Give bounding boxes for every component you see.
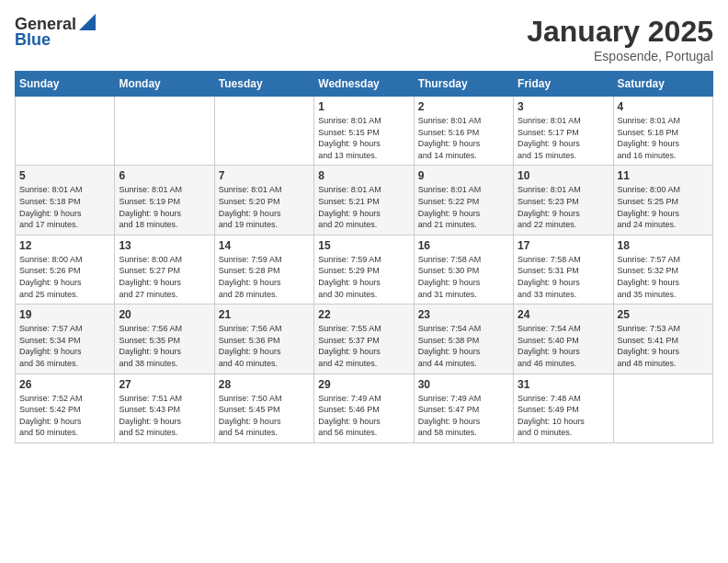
day-info: Sunrise: 8:01 AM Sunset: 5:16 PM Dayligh…: [418, 115, 509, 161]
day-info: Sunrise: 7:58 AM Sunset: 5:31 PM Dayligh…: [518, 254, 609, 300]
day-number: 3: [518, 100, 609, 113]
day-number: 14: [219, 239, 310, 252]
day-info: Sunrise: 7:54 AM Sunset: 5:40 PM Dayligh…: [518, 323, 609, 369]
weekday-header-monday: Monday: [115, 72, 214, 97]
calendar-cell: 18Sunrise: 7:57 AM Sunset: 5:32 PM Dayli…: [613, 235, 712, 304]
calendar-cell: 22Sunrise: 7:55 AM Sunset: 5:37 PM Dayli…: [314, 304, 414, 373]
calendar-week-1: 1Sunrise: 8:01 AM Sunset: 5:15 PM Daylig…: [16, 97, 713, 166]
svg-marker-0: [79, 14, 96, 30]
day-info: Sunrise: 8:01 AM Sunset: 5:15 PM Dayligh…: [318, 115, 409, 161]
day-number: 13: [119, 239, 210, 252]
calendar-cell: 16Sunrise: 7:58 AM Sunset: 5:30 PM Dayli…: [414, 235, 513, 304]
day-number: 8: [318, 169, 409, 182]
day-info: Sunrise: 8:00 AM Sunset: 5:27 PM Dayligh…: [119, 254, 210, 300]
day-number: 19: [19, 308, 110, 321]
day-number: 30: [418, 378, 509, 391]
day-info: Sunrise: 7:59 AM Sunset: 5:28 PM Dayligh…: [219, 254, 310, 300]
day-info: Sunrise: 8:01 AM Sunset: 5:19 PM Dayligh…: [119, 184, 210, 230]
calendar-cell: [613, 373, 712, 442]
calendar-cell: 4Sunrise: 8:01 AM Sunset: 5:18 PM Daylig…: [613, 97, 712, 166]
day-info: Sunrise: 7:53 AM Sunset: 5:41 PM Dayligh…: [618, 323, 709, 369]
day-info: Sunrise: 8:01 AM Sunset: 5:21 PM Dayligh…: [318, 184, 409, 230]
day-number: 9: [418, 169, 509, 182]
calendar-cell: 8Sunrise: 8:01 AM Sunset: 5:21 PM Daylig…: [314, 166, 414, 235]
day-number: 6: [119, 169, 210, 182]
calendar-cell: 7Sunrise: 8:01 AM Sunset: 5:20 PM Daylig…: [214, 166, 313, 235]
day-number: 16: [418, 239, 509, 252]
day-number: 28: [219, 378, 310, 391]
day-info: Sunrise: 7:49 AM Sunset: 5:46 PM Dayligh…: [318, 393, 409, 439]
calendar-cell: 15Sunrise: 7:59 AM Sunset: 5:29 PM Dayli…: [314, 235, 414, 304]
calendar-week-2: 5Sunrise: 8:01 AM Sunset: 5:18 PM Daylig…: [16, 166, 713, 235]
calendar-cell: 13Sunrise: 8:00 AM Sunset: 5:27 PM Dayli…: [115, 235, 214, 304]
weekday-header-tuesday: Tuesday: [214, 72, 313, 97]
calendar-cell: [115, 97, 214, 166]
day-info: Sunrise: 7:58 AM Sunset: 5:30 PM Dayligh…: [418, 254, 509, 300]
calendar-week-4: 19Sunrise: 7:57 AM Sunset: 5:34 PM Dayli…: [16, 304, 713, 373]
calendar-cell: 24Sunrise: 7:54 AM Sunset: 5:40 PM Dayli…: [514, 304, 613, 373]
location-title: Esposende, Portugal: [527, 49, 713, 63]
calendar-cell: 27Sunrise: 7:51 AM Sunset: 5:43 PM Dayli…: [115, 373, 214, 442]
calendar-cell: 12Sunrise: 8:00 AM Sunset: 5:26 PM Dayli…: [16, 235, 115, 304]
day-info: Sunrise: 7:57 AM Sunset: 5:34 PM Dayligh…: [19, 323, 110, 369]
weekday-header-row: SundayMondayTuesdayWednesdayThursdayFrid…: [16, 72, 713, 97]
day-number: 31: [518, 378, 609, 391]
weekday-header-thursday: Thursday: [414, 72, 513, 97]
day-info: Sunrise: 7:49 AM Sunset: 5:47 PM Dayligh…: [418, 393, 509, 439]
calendar-cell: 20Sunrise: 7:56 AM Sunset: 5:35 PM Dayli…: [115, 304, 214, 373]
calendar-week-3: 12Sunrise: 8:00 AM Sunset: 5:26 PM Dayli…: [16, 235, 713, 304]
day-info: Sunrise: 7:52 AM Sunset: 5:42 PM Dayligh…: [19, 393, 110, 439]
day-info: Sunrise: 7:50 AM Sunset: 5:45 PM Dayligh…: [219, 393, 310, 439]
day-info: Sunrise: 7:51 AM Sunset: 5:43 PM Dayligh…: [119, 393, 210, 439]
calendar-cell: 10Sunrise: 8:01 AM Sunset: 5:23 PM Dayli…: [514, 166, 613, 235]
calendar-cell: 2Sunrise: 8:01 AM Sunset: 5:16 PM Daylig…: [414, 97, 513, 166]
calendar-cell: [16, 97, 115, 166]
day-number: 5: [19, 169, 110, 182]
day-number: 7: [219, 169, 310, 182]
month-title: January 2025: [527, 15, 713, 49]
calendar-cell: 28Sunrise: 7:50 AM Sunset: 5:45 PM Dayli…: [214, 373, 313, 442]
day-number: 21: [219, 308, 310, 321]
calendar-cell: 21Sunrise: 7:56 AM Sunset: 5:36 PM Dayli…: [214, 304, 313, 373]
day-info: Sunrise: 8:01 AM Sunset: 5:20 PM Dayligh…: [219, 184, 310, 230]
weekday-header-friday: Friday: [514, 72, 613, 97]
logo: General Blue: [15, 15, 96, 50]
calendar-week-5: 26Sunrise: 7:52 AM Sunset: 5:42 PM Dayli…: [16, 373, 713, 442]
calendar-cell: 14Sunrise: 7:59 AM Sunset: 5:28 PM Dayli…: [214, 235, 313, 304]
day-number: 4: [618, 100, 709, 113]
calendar-cell: 17Sunrise: 7:58 AM Sunset: 5:31 PM Dayli…: [514, 235, 613, 304]
day-info: Sunrise: 7:55 AM Sunset: 5:37 PM Dayligh…: [318, 323, 409, 369]
day-number: 26: [19, 378, 110, 391]
calendar-cell: 19Sunrise: 7:57 AM Sunset: 5:34 PM Dayli…: [16, 304, 115, 373]
day-number: 17: [518, 239, 609, 252]
day-info: Sunrise: 7:56 AM Sunset: 5:35 PM Dayligh…: [119, 323, 210, 369]
calendar-cell: [214, 97, 313, 166]
day-info: Sunrise: 7:57 AM Sunset: 5:32 PM Dayligh…: [618, 254, 709, 300]
calendar-cell: 29Sunrise: 7:49 AM Sunset: 5:46 PM Dayli…: [314, 373, 414, 442]
day-number: 23: [418, 308, 509, 321]
day-number: 24: [518, 308, 609, 321]
day-number: 27: [119, 378, 210, 391]
day-info: Sunrise: 8:01 AM Sunset: 5:18 PM Dayligh…: [618, 115, 709, 161]
day-info: Sunrise: 8:00 AM Sunset: 5:26 PM Dayligh…: [19, 254, 110, 300]
day-info: Sunrise: 8:00 AM Sunset: 5:25 PM Dayligh…: [618, 184, 709, 230]
day-number: 12: [19, 239, 110, 252]
day-info: Sunrise: 7:56 AM Sunset: 5:36 PM Dayligh…: [219, 323, 310, 369]
day-info: Sunrise: 7:59 AM Sunset: 5:29 PM Dayligh…: [318, 254, 409, 300]
weekday-header-sunday: Sunday: [16, 72, 115, 97]
day-number: 25: [618, 308, 709, 321]
calendar-cell: 9Sunrise: 8:01 AM Sunset: 5:22 PM Daylig…: [414, 166, 513, 235]
calendar-cell: 26Sunrise: 7:52 AM Sunset: 5:42 PM Dayli…: [16, 373, 115, 442]
day-info: Sunrise: 8:01 AM Sunset: 5:18 PM Dayligh…: [19, 184, 110, 230]
calendar-table: SundayMondayTuesdayWednesdayThursdayFrid…: [15, 71, 713, 443]
day-number: 29: [318, 378, 409, 391]
calendar-cell: 23Sunrise: 7:54 AM Sunset: 5:38 PM Dayli…: [414, 304, 513, 373]
day-number: 1: [318, 100, 409, 113]
day-number: 10: [518, 169, 609, 182]
day-number: 11: [618, 169, 709, 182]
calendar-cell: 3Sunrise: 8:01 AM Sunset: 5:17 PM Daylig…: [514, 97, 613, 166]
day-number: 2: [418, 100, 509, 113]
day-number: 20: [119, 308, 210, 321]
day-number: 18: [618, 239, 709, 252]
day-info: Sunrise: 8:01 AM Sunset: 5:23 PM Dayligh…: [518, 184, 609, 230]
